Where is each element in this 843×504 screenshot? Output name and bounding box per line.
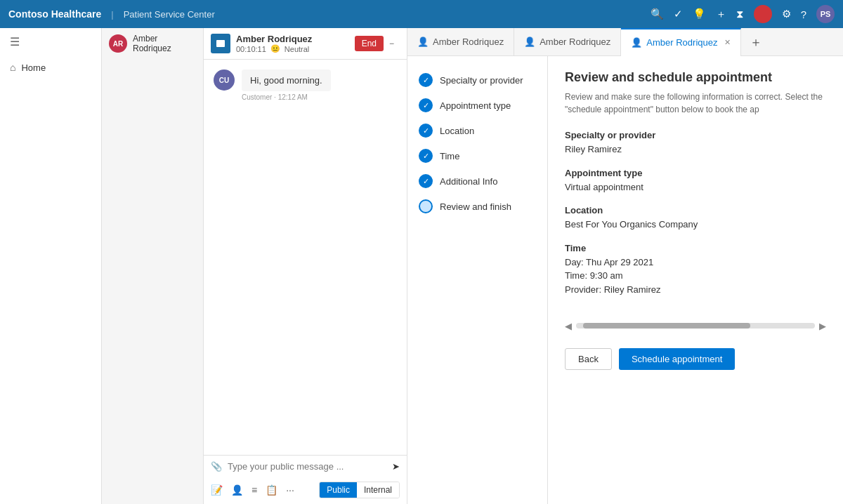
step-additional-info[interactable]: ✓ Additional Info [416,168,539,194]
chat-toolbar-toggle: Public Internal [319,482,400,498]
field-location-label: Location [565,205,826,215]
review-panel: Review and schedule appointment Review a… [548,56,843,504]
step-label-time: Time [440,151,459,161]
step-specialty[interactable]: ✓ Specialty or provider [416,67,539,93]
call-details: Amber Rodriquez 00:10:11 😐 Neutral [236,34,312,53]
tab-label-1: Amber Rodriquez [540,37,610,47]
sidebar-item-home[interactable]: ⌂ Home [0,55,101,79]
tab-1[interactable]: 👤 Amber Rodriquez [514,28,621,56]
tab-2[interactable]: 👤 Amber Rodriquez ✕ [621,28,741,56]
scroll-track[interactable] [576,323,815,329]
call-sentiment: Neutral [285,45,309,53]
chat-input[interactable] [228,461,386,472]
scroll-left-arrow[interactable]: ◀ [565,321,572,331]
tab-person-icon-1: 👤 [524,37,535,47]
plus-icon[interactable]: ＋ [716,8,726,21]
step-circle-review [419,199,433,213]
scroll-track-area: ◀ ▶ [565,317,826,334]
step-circle-location: ✓ [419,124,433,138]
field-specialty: Specialty or provider Riley Ramirez [565,130,826,157]
step-label-review: Review and finish [440,201,511,212]
step-label-location: Location [440,126,474,136]
field-location: Location Best For You Organics Company [565,205,826,232]
chat-input-area: 📎 ➤ 📝 👤 ≡ 📋 ··· Public [204,455,407,504]
call-agent-name: Amber Rodriquez [236,34,312,44]
field-specialty-value: Riley Ramirez [565,142,826,157]
app-subtitle: Patient Service Center [124,9,215,20]
review-actions: Back Schedule appointment [565,348,826,370]
sentiment-icon: 😐 [270,44,280,53]
schedule-appointment-button[interactable]: Schedule appointment [619,348,735,370]
sidebar: ☰ ⌂ Home [0,28,102,504]
content-area: ✓ Specialty or provider ✓ Appointment ty… [407,56,843,504]
chat-customer-avatar: CU [214,69,235,91]
field-specialty-label: Specialty or provider [565,130,826,140]
tab-label-2: Amber Rodriquez [646,37,717,48]
chat-bubble: CU Hi, good morning. Customer · 12:12 AM [214,69,397,101]
sidebar-menu-icon[interactable]: ☰ [0,28,101,55]
call-chat-panel: Amber Rodriquez 00:10:11 😐 Neutral End −… [204,28,407,504]
call-meta: 00:10:11 😐 Neutral [236,44,312,53]
attachment-icon[interactable]: 📎 [211,461,222,472]
chat-toolbar: 📝 👤 ≡ 📋 ··· Public Internal [204,477,407,504]
nav-divider: | [111,9,113,20]
checkmark-icon[interactable]: ✓ [674,8,683,20]
notification-dot[interactable] [754,5,772,23]
step-time[interactable]: ✓ Time [416,143,539,168]
right-panel: 👤 Amber Rodriquez 👤 Amber Rodriquez 👤 Am… [407,28,843,504]
search-icon[interactable]: 🔍 [651,8,664,20]
tab-close-icon[interactable]: ✕ [724,38,731,47]
review-title: Review and schedule appointment [565,70,826,85]
settings-icon[interactable]: ⚙ [782,8,791,20]
chat-input-row: 📎 ➤ [204,456,407,477]
contact-avatar: AR [109,34,127,53]
minimize-icon[interactable]: − [384,36,400,51]
lightbulb-icon[interactable]: 💡 [693,8,706,20]
send-icon[interactable]: ➤ [392,461,400,472]
scroll-right-arrow[interactable]: ▶ [819,321,826,331]
contact-item-amber[interactable]: AR Amber Rodriquez [102,28,203,59]
call-timer: 00:10:11 [236,45,266,53]
chat-toolbar-icons: 📝 👤 ≡ 📋 ··· [211,484,294,496]
chat-bubble-time: Customer · 12:12 AM [242,93,331,101]
step-label-additional-info: Additional Info [440,176,497,187]
internal-toggle[interactable]: Internal [357,482,399,498]
field-appointment-type: Appointment type Virtual appointment [565,168,826,194]
chat-bubble-text: Hi, good morning. [242,69,331,91]
step-location[interactable]: ✓ Location [416,118,539,143]
home-icon: ⌂ [10,62,15,73]
call-info: Amber Rodriquez 00:10:11 😐 Neutral [211,34,355,53]
chat-area: CU Hi, good morning. Customer · 12:12 AM… [204,60,407,504]
end-call-button[interactable]: End [355,36,384,51]
help-icon[interactable]: ? [801,8,806,20]
tab-bar: 👤 Amber Rodriquez 👤 Amber Rodriquez 👤 Am… [407,28,843,56]
top-nav-left: Contoso Healthcare | Patient Service Cen… [8,8,215,20]
filter-icon[interactable]: ⧗ [736,8,744,20]
step-label-specialty: Specialty or provider [440,75,523,86]
tab-add-button[interactable]: ＋ [741,28,771,56]
review-subtitle: Review and make sure the following infor… [565,91,826,116]
call-icon [211,34,230,53]
person-add-icon[interactable]: 👤 [231,484,243,496]
main-layout: ☰ ⌂ Home AR Amber Rodriquez Amber Rodriq… [0,28,843,504]
note-icon[interactable]: 📋 [266,484,277,496]
call-header: Amber Rodriquez 00:10:11 😐 Neutral End − [204,28,407,60]
step-circle-appointment-type: ✓ [419,98,433,112]
app-brand: Contoso Healthcare [8,8,101,20]
user-avatar[interactable]: PS [816,5,835,23]
contacts-panel: AR Amber Rodriquez [102,28,204,504]
step-review[interactable]: Review and finish [416,194,539,219]
scroll-thumb [583,323,750,329]
list-icon[interactable]: ≡ [251,484,257,496]
chat-messages: CU Hi, good morning. Customer · 12:12 AM [204,60,407,455]
public-toggle[interactable]: Public [320,482,357,498]
step-appointment-type[interactable]: ✓ Appointment type [416,93,539,118]
more-icon[interactable]: ··· [286,484,294,496]
field-appointment-type-value: Virtual appointment [565,180,826,194]
format-icon[interactable]: 📝 [211,484,223,496]
back-button[interactable]: Back [565,348,612,370]
field-location-value: Best For You Organics Company [565,218,826,232]
tab-label-0: Amber Rodriquez [433,37,504,47]
tab-0[interactable]: 👤 Amber Rodriquez [407,28,514,56]
contact-name: Amber Rodriquez [133,34,196,53]
